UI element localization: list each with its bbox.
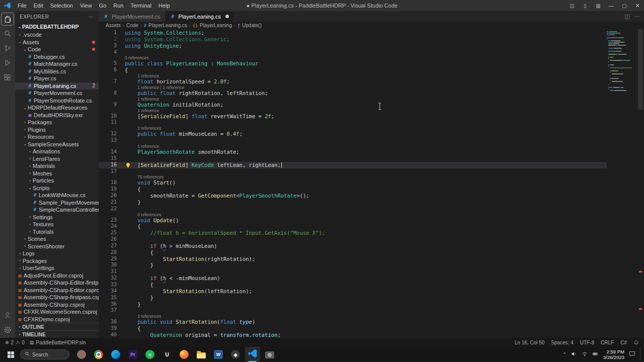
codelens-row[interactable]: 1 reference [99, 73, 607, 78]
file-explorer-icon[interactable] [194, 347, 209, 362]
account-icon[interactable] [1, 309, 14, 322]
tree-item[interactable]: ▤Assembly-CSharp-firstpass.csproj [15, 294, 99, 301]
indentation-setting[interactable]: Spaces: 4 [551, 340, 573, 345]
tree-item[interactable]: ›Logs [15, 250, 99, 257]
cursor-position[interactable]: Ln 16, Col 50 [515, 340, 545, 345]
tree-item[interactable]: ›Packages [15, 257, 99, 265]
tree-item[interactable]: ›ScreenShooter [15, 243, 99, 250]
minimap[interactable] [607, 29, 637, 338]
monkey-app-icon[interactable] [74, 347, 89, 362]
menu-file[interactable]: File [14, 0, 30, 11]
solution-indicator[interactable]: ▤ PaddleBattleHDRP.sln [30, 340, 86, 345]
codelens-row[interactable]: 2 references [99, 314, 607, 319]
tree-item[interactable]: ›Animations [15, 148, 99, 155]
tree-item[interactable]: ▤CFXRDemo.csproj [15, 316, 99, 323]
codelens-row[interactable]: 0 references [99, 55, 607, 60]
codelens-row[interactable]: 2 references [99, 126, 607, 131]
modified-dot-icon[interactable] [225, 15, 229, 18]
notifications-bell-icon[interactable] [633, 340, 639, 345]
breadcrumb-item[interactable]: PlayerLeaning.cs [148, 23, 187, 28]
source-control-icon[interactable] [1, 42, 14, 55]
split-editor-icon[interactable]: ◫ [625, 13, 630, 20]
settings-gear-icon[interactable] [1, 323, 14, 336]
tree-item[interactable]: ›Meshes [15, 170, 99, 177]
tree-item[interactable]: ›Settings [15, 214, 99, 221]
tree-item[interactable]: ›Scenes [15, 235, 99, 243]
tree-item[interactable]: ›Textures [15, 221, 99, 228]
minimize-button[interactable]: — [605, 0, 618, 11]
start-button[interactable] [2, 347, 19, 362]
tree-item[interactable]: #MatchManager.cs [15, 60, 99, 68]
encoding-setting[interactable]: UTF-8 [580, 340, 594, 345]
more-actions-icon[interactable]: ⋯ [634, 13, 640, 20]
tree-item[interactable]: ⌄Code [15, 46, 99, 53]
problems-indicator[interactable]: ⊗ 2 ⚠ 0 [5, 340, 25, 345]
firefox-icon[interactable] [177, 347, 192, 362]
breadcrumb-item[interactable]: Update() [242, 23, 262, 28]
unity-editor-icon[interactable]: ◈ [228, 347, 243, 362]
breadcrumb-item[interactable]: PlayerLeaning [200, 23, 232, 28]
lightbulb-icon[interactable] [126, 163, 130, 166]
spotify-icon[interactable]: ≈ [142, 347, 157, 362]
tree-item[interactable]: ›Plugins [15, 126, 99, 134]
menu-run[interactable]: Run [110, 0, 127, 11]
tree-item[interactable]: ⌄Scripts [15, 185, 99, 192]
tree-item[interactable]: ▤Assembly-CSharp-Editor-firstpass.cs… [15, 279, 99, 287]
toggle-sidebar-icon[interactable]: ◫ [566, 0, 579, 11]
close-button[interactable]: ✕ [631, 0, 644, 11]
premiere-icon[interactable]: Pr [125, 347, 140, 362]
extensions-icon[interactable] [1, 71, 14, 84]
tree-item[interactable]: #PlayerLeaning.cs2 [15, 82, 99, 90]
screenshot-tool-icon[interactable] [262, 347, 277, 362]
tree-item[interactable]: ›Materials [15, 162, 99, 170]
menu-selection[interactable]: Selection [47, 0, 76, 11]
tree-item[interactable]: ▤Assembly-CSharp-Editor.csproj [15, 287, 99, 294]
battery-icon[interactable] [592, 350, 599, 359]
timeline-panel-header[interactable]: › TIMELINE [15, 330, 99, 338]
tree-item[interactable]: ▤CFXR.WelcomeScreen.csproj [15, 308, 99, 316]
tree-item[interactable]: ⌄HDRPDefaultResources [15, 104, 99, 112]
scrollbar-thumb[interactable] [638, 29, 643, 110]
menu-help[interactable]: Help [155, 0, 174, 11]
menu-go[interactable]: Go [96, 0, 110, 11]
eol-setting[interactable]: CRLF [601, 340, 614, 345]
codelens-row[interactable]: 1 reference | 1 reference [99, 85, 607, 90]
customize-layout-icon[interactable]: ▥ [592, 0, 605, 11]
menu-view[interactable]: View [76, 0, 96, 11]
chrome-icon[interactable] [91, 347, 106, 362]
edge-icon[interactable] [108, 347, 123, 362]
tree-item[interactable]: ▦DefaultHDRISky.exr [15, 112, 99, 119]
tree-item[interactable]: ›.vscode [15, 31, 99, 39]
tray-chevron-up-icon[interactable]: ⌃ [562, 352, 567, 357]
volume-icon[interactable] [571, 350, 577, 359]
vscode-icon[interactable] [245, 347, 260, 362]
tree-item[interactable]: #PlayerMovement.cs [15, 89, 99, 97]
codelens-row[interactable]: 75 references [99, 174, 607, 179]
tree-item[interactable]: ›Tutorials [15, 228, 99, 236]
taskbar-clock[interactable]: 2:59 PM 3/26/2023 [603, 349, 624, 360]
maximize-button[interactable]: ▢ [618, 0, 631, 11]
search-icon[interactable] [1, 27, 14, 40]
menu-terminal[interactable]: Terminal [127, 0, 155, 11]
tree-item[interactable]: ›UserSettings [15, 264, 99, 272]
taskbar-search-box[interactable]: Search [20, 349, 69, 359]
tree-item[interactable]: #MyUtilities.cs [15, 68, 99, 75]
editor-scrollbar[interactable] [637, 29, 644, 338]
toggle-panel-icon[interactable]: ▯ [579, 0, 592, 11]
tree-item[interactable]: ⌄Assets [15, 39, 99, 46]
show-desktop-button[interactable] [640, 347, 642, 362]
tab-playermovement.cs[interactable]: #PlayerMovement.cs [99, 11, 166, 22]
codelens-row[interactable]: 0 references [99, 212, 607, 217]
codelens-row[interactable]: 1 reference [99, 108, 607, 113]
tree-item[interactable]: ▤AdjustPivot.Editor.csproj [15, 272, 99, 280]
tree-item[interactable]: ›Packages [15, 119, 99, 126]
word-icon[interactable]: W [211, 347, 226, 362]
tree-item[interactable]: #Debugger.cs [15, 53, 99, 61]
tree-item[interactable]: ⌄SampleSceneAssets [15, 141, 99, 148]
menu-edit[interactable]: Edit [30, 0, 47, 11]
tree-item[interactable]: ›LensFlares [15, 155, 99, 163]
codelens-row[interactable]: 1 reference [99, 97, 607, 102]
explorer-icon[interactable] [1, 13, 14, 26]
tree-item[interactable]: #Player.cs [15, 75, 99, 82]
run-debug-icon[interactable] [1, 56, 14, 69]
